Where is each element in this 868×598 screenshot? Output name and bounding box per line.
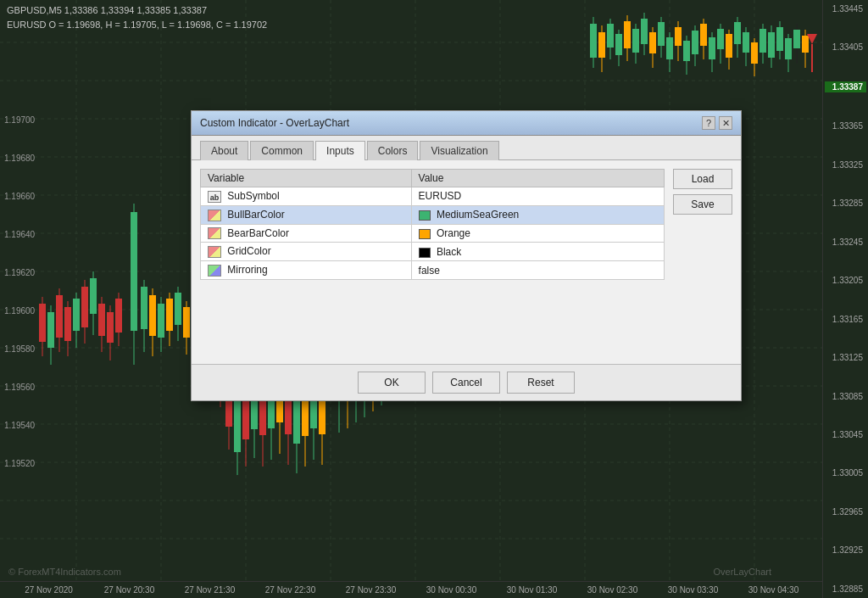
variable-cell-bearbarcolor: BearBarColor bbox=[201, 224, 412, 243]
value-cell-bullbarcolor[interactable]: MediumSeaGreen bbox=[411, 205, 664, 224]
tab-about[interactable]: About bbox=[200, 141, 248, 160]
value-cell-mirroring[interactable]: false bbox=[411, 261, 664, 280]
icon-bullbar-color bbox=[208, 210, 221, 221]
dialog-title: Custom Indicator - OverLayChart bbox=[200, 117, 349, 129]
color-swatch-bear bbox=[419, 229, 431, 239]
table-row: ab SubSymbol EURUSD bbox=[201, 187, 665, 206]
tab-colors[interactable]: Colors bbox=[367, 141, 419, 160]
icon-mirroring bbox=[208, 265, 221, 277]
dialog-controls: ? ✕ bbox=[702, 116, 732, 130]
icon-ab: ab bbox=[208, 191, 221, 203]
value-cell-subsymbol[interactable]: EURUSD bbox=[411, 187, 664, 206]
table-row: BearBarColor Orange bbox=[201, 224, 665, 243]
value-cell-bearbarcolor[interactable]: Orange bbox=[411, 224, 664, 243]
table-row: GridColor Black bbox=[201, 243, 665, 261]
variable-cell-bullbarcolor: BullBarColor bbox=[201, 205, 412, 224]
col-header-value: Value bbox=[411, 170, 664, 187]
variable-cell-gridcolor: GridColor bbox=[201, 243, 412, 261]
tab-visualization[interactable]: Visualization bbox=[420, 141, 498, 160]
dialog-overlay: Custom Indicator - OverLayChart ? ✕ Abou… bbox=[0, 0, 868, 598]
tab-common[interactable]: Common bbox=[250, 141, 314, 160]
dialog-footer: OK Cancel Reset bbox=[192, 364, 741, 400]
dialog-titlebar: Custom Indicator - OverLayChart ? ✕ bbox=[192, 111, 741, 136]
dialog-close-button[interactable]: ✕ bbox=[719, 116, 732, 130]
table-row: BullBarColor MediumSeaGreen bbox=[201, 205, 665, 224]
value-cell-gridcolor[interactable]: Black bbox=[411, 243, 664, 261]
ok-button[interactable]: OK bbox=[358, 372, 426, 394]
color-swatch-bull bbox=[419, 210, 431, 221]
side-buttons: Load Save bbox=[673, 169, 732, 215]
table-row: Mirroring false bbox=[201, 261, 665, 280]
dialog-help-button[interactable]: ? bbox=[702, 116, 715, 130]
icon-grid-color bbox=[208, 246, 221, 258]
icon-bearbar-color bbox=[208, 227, 221, 239]
variable-cell-mirroring: Mirroring bbox=[201, 261, 412, 280]
cancel-button[interactable]: Cancel bbox=[432, 372, 500, 394]
reset-button[interactable]: Reset bbox=[507, 372, 575, 394]
dialog-content: Variable Value ab SubSymbol EURUSD bbox=[192, 160, 741, 364]
variables-table: Variable Value ab SubSymbol EURUSD bbox=[200, 169, 665, 280]
tab-inputs[interactable]: Inputs bbox=[315, 141, 365, 160]
color-swatch-grid bbox=[419, 248, 431, 258]
dialog: Custom Indicator - OverLayChart ? ✕ Abou… bbox=[191, 110, 742, 401]
col-header-variable: Variable bbox=[201, 170, 412, 187]
dialog-tabs: About Common Inputs Colors Visualization bbox=[192, 136, 741, 160]
load-button[interactable]: Load bbox=[673, 169, 732, 189]
save-button[interactable]: Save bbox=[673, 194, 732, 215]
variable-cell-subsymbol: ab SubSymbol bbox=[201, 187, 412, 206]
